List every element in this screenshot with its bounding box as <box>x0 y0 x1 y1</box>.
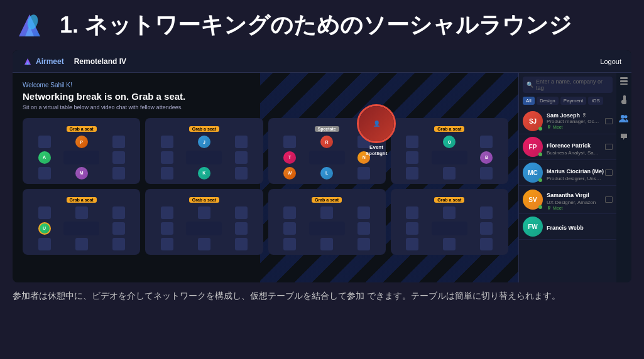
attendee-name-4: Samantha Virgil <box>547 192 589 198</box>
seat-mr <box>101 222 136 236</box>
app-screenshot: Airmeet Remoteland IV Logout Welcome Sah… <box>13 50 631 282</box>
seat-tc: P <box>63 135 99 149</box>
table-seats-1: P A M <box>26 135 136 180</box>
svg-point-5 <box>625 115 628 119</box>
table-card-4[interactable]: Grab a seat O B <box>391 118 508 184</box>
attendee-item-4: SV Samantha Virgil UX Designer, Amazon 🎙… <box>519 186 616 214</box>
table-card-6[interactable]: Grab a seat <box>145 189 263 255</box>
s7 <box>395 237 430 251</box>
event-spotlight[interactable]: 👤 EventSpotlight <box>357 104 396 156</box>
attendee-info-5: Francis Webb <box>547 221 613 232</box>
table-card-5[interactable]: Grab a seat U <box>23 189 140 255</box>
search-input[interactable]: Enter a name, company or tag <box>536 78 609 91</box>
online-dot <box>538 205 542 209</box>
seat-tc <box>63 206 99 220</box>
logout-button[interactable]: Logout <box>600 58 621 65</box>
raise-hand-icon[interactable] <box>619 95 628 107</box>
table-label-6: Grab a seat <box>149 193 259 204</box>
spotlight-label: EventSpotlight <box>357 144 396 156</box>
attendee-info-2: Florence Patrick Business Analyst, Samsu… <box>547 139 601 156</box>
attendees-icon[interactable] <box>619 114 629 125</box>
attendee-role-4: UX Designer, Amazon <box>547 200 601 205</box>
table-card-8[interactable]: Grab a seat <box>391 189 508 255</box>
online-dot <box>538 127 542 131</box>
s4 <box>149 222 185 236</box>
s4 <box>395 222 430 236</box>
attendee-info-1: Sam Joseph 🎖 Product manager, Occulus 🎙 … <box>547 112 601 130</box>
seat-ml <box>149 151 185 165</box>
filter-tab-design[interactable]: Design <box>537 97 559 105</box>
seat-ml <box>395 151 430 165</box>
s3 <box>469 206 505 220</box>
table-card-2[interactable]: Grab a seat J K <box>145 118 263 184</box>
table-label-1: Grab a seat <box>26 122 136 133</box>
seat-br <box>101 166 136 180</box>
networking-sub: Sit on a virtual table below and video c… <box>23 104 508 110</box>
seat-bl <box>26 166 62 180</box>
attendee-name-3: Marius Ciocirian (Me) <box>547 168 604 174</box>
filter-tab-payment[interactable]: Payment <box>560 97 587 105</box>
table-seats-4: O B <box>395 135 505 180</box>
avatar-marius: MC <box>523 163 543 183</box>
search-icon: 🔍 <box>527 82 533 88</box>
seat-bc <box>432 166 467 180</box>
seat-tr <box>223 135 259 149</box>
seat-mr <box>101 151 136 165</box>
seat-tl <box>272 135 308 149</box>
app-event-name: Remoteland IV <box>74 57 126 66</box>
bottom-text-content: 参加者は休憩中に、ビデオを介してネットワークを構成し、仮想テーブルを結合して参加… <box>13 291 560 301</box>
filter-tab-all[interactable]: All <box>523 97 535 105</box>
svg-point-4 <box>621 115 625 119</box>
table-seats-6 <box>149 206 259 251</box>
spotlight-face: 👤 <box>359 106 394 141</box>
seat-bc: L <box>309 166 345 180</box>
s2 <box>186 206 222 220</box>
table-label-8: Grab a seat <box>395 193 505 204</box>
s1 <box>395 206 430 220</box>
attendees-list: 🔍 Enter a name, company or tag All Desig… <box>519 73 616 282</box>
seat-tl <box>26 135 62 149</box>
seat-center <box>432 151 467 165</box>
avatar-florence: FP <box>523 137 543 157</box>
seat-center <box>63 151 99 165</box>
seat-br <box>223 166 259 180</box>
meet-button-1[interactable]: 🎙 Meet <box>547 124 601 130</box>
s6 <box>346 222 382 236</box>
app-main-content: Welcome Sahil K! Networking break is on.… <box>13 73 631 282</box>
attendee-info-4: Samantha Virgil UX Designer, Amazon 🎙 Me… <box>547 188 601 211</box>
meet-button-4[interactable]: 🎙 Meet <box>547 205 601 211</box>
s8 <box>432 237 467 251</box>
s6 <box>223 222 259 236</box>
sessions-icon[interactable] <box>619 77 628 87</box>
s9 <box>469 237 505 251</box>
table-card-7[interactable]: Grab a seat <box>268 189 386 255</box>
avatar-francis: FW <box>523 217 543 237</box>
s8 <box>186 237 222 251</box>
seat-mr <box>223 151 259 165</box>
seat-tc: J <box>186 135 222 149</box>
monitor-icon-1 <box>605 118 613 124</box>
networking-title: Networking break is on. Grab a seat. <box>23 91 508 102</box>
s9 <box>346 237 382 251</box>
seat-tr <box>101 135 136 149</box>
seat-center <box>309 151 345 165</box>
seat-tc: O <box>432 135 467 149</box>
seat-tr <box>101 206 136 220</box>
chat-icon[interactable] <box>619 132 628 143</box>
attendee-name-2: Florence Patrick <box>547 142 591 149</box>
seat-ml: U <box>26 222 62 236</box>
seat-bc <box>63 237 99 251</box>
welcome-text: Welcome Sahil K! <box>23 82 508 88</box>
seat-bl <box>395 166 430 180</box>
filter-tab-ios[interactable]: iOS <box>588 97 603 105</box>
seat-tl <box>149 135 185 149</box>
app-brand-label: Airmeet <box>36 57 64 66</box>
attendee-role-3: Product designer, Unsplash <box>547 176 601 181</box>
s2 <box>432 206 467 220</box>
table-label-7: Grab a seat <box>272 193 382 204</box>
table-card-1[interactable]: Grab a seat P A <box>23 118 140 184</box>
online-dot <box>538 153 542 156</box>
app-logo-icon <box>23 56 33 67</box>
svg-rect-3 <box>620 83 628 85</box>
seat-bl <box>26 237 62 251</box>
